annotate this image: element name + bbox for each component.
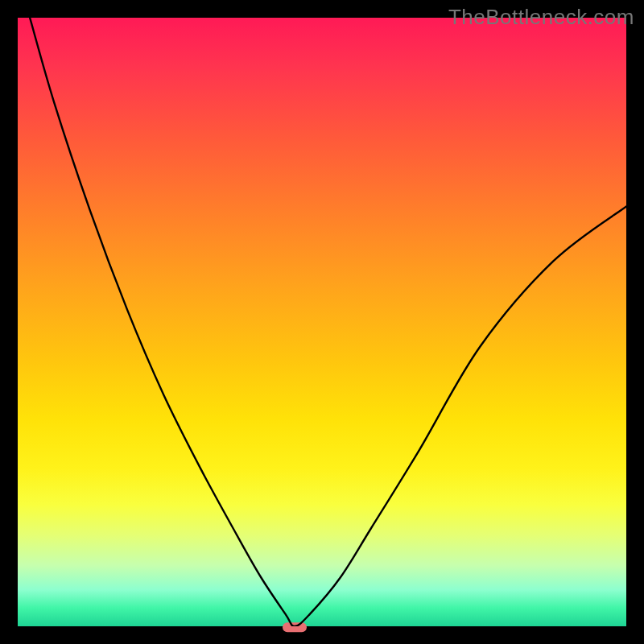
watermark-text: TheBottleneck.com	[448, 5, 634, 30]
plot-area	[18, 18, 626, 626]
curve-svg	[18, 18, 626, 626]
chart-frame: TheBottleneck.com	[0, 0, 644, 644]
bottleneck-curve	[30, 18, 626, 626]
